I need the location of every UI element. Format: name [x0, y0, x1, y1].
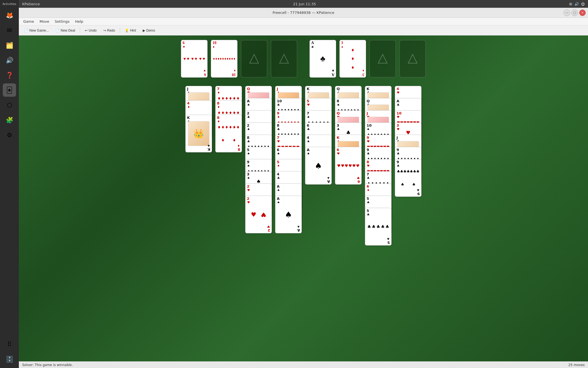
main-area: KPatience 21 Jun 11:35 ⊞ 🔊 ⏻ Freecell - …	[19, 0, 588, 368]
window-controls: — □ ×	[564, 9, 586, 16]
card-a-spades-c5[interactable]: A♠ ♠ A♠	[305, 147, 332, 185]
card-6-hearts-c6[interactable]: 6♥ ♥♥♥♥♥♥ 6♥	[335, 147, 362, 185]
column-8: 4♥ ♥♥♥♥ 4♥ A♣ ♣ A♣ 10♥ ♥♥♥♥♥♥	[395, 86, 421, 224]
minimize-button[interactable]: —	[564, 9, 570, 16]
new-deal-label: New Deal	[61, 29, 75, 32]
svg-marker-1	[280, 54, 288, 63]
hint-icon: 💡	[125, 29, 129, 32]
new-game-label: New Game...	[29, 29, 49, 32]
demo-button[interactable]: ▶ Demo	[140, 27, 158, 34]
maximize-button[interactable]: □	[571, 9, 578, 16]
taskbar-filemgr[interactable]: 🗄️	[3, 352, 16, 366]
taskbar: Activities 🦊 ✉️ 🗂️ 🔊 ❓ 🃏 ⬡ 🧩 ⚙️ ⠿ 🗄️	[0, 0, 19, 368]
taskbar-settings[interactable]: ⚙️	[3, 128, 16, 142]
activities-label[interactable]: Activities	[2, 2, 16, 6]
sys-datetime: 21 Jun 11:35	[293, 2, 316, 6]
moves-text: 25 moves	[568, 363, 585, 367]
card-2-hearts-c3b[interactable]: 2♥ ♥♥ 2♥	[245, 196, 272, 233]
sys-right: ⊞ 🔊 ⏻	[569, 2, 585, 6]
svg-marker-0	[250, 54, 259, 63]
freecell-3[interactable]	[241, 40, 267, 78]
demo-icon: ▶	[143, 29, 145, 32]
undo-icon: ↩	[85, 29, 88, 32]
foundation-2[interactable]: 3 ♦ ♦ ♦ ♦ 3 ♦	[339, 40, 366, 78]
freecell-2[interactable]: 10 ♦ ♦♦ ♦♦ ♦♦ ♦♦ ♦♦ 10 ♦	[211, 40, 237, 78]
taskbar-files[interactable]: 🗂️	[3, 39, 16, 52]
close-button[interactable]: ×	[579, 9, 586, 16]
taskbar-puzzle[interactable]: 🧩	[3, 113, 16, 127]
card-k-spades-c1[interactable]: K♠ 👑 K♠	[185, 115, 212, 152]
app-name-label: KPatience	[22, 2, 40, 6]
redo-label: Redo	[107, 29, 115, 32]
column-4: J♦ 🤴 J♦ 10♣ ♣♣♣♣♣♣♣♣♣♣ 10♣ 9♦	[275, 86, 302, 252]
freecell-1[interactable]: 6 ♥ ♥ ♥ ♥ ♥ ♥ ♥ 6 ♥	[181, 40, 208, 78]
new-game-icon: 📄	[24, 29, 28, 32]
app-window: Freecell - 777948938 — KPatience — □ × G…	[19, 8, 588, 368]
card-8-diamonds-c2b[interactable]: 8♦ ♦♦ ♦♦ ♦♦ ♦♦ 8♦	[215, 115, 242, 152]
taskbar-firefox[interactable]: 🦊	[3, 9, 16, 22]
column-5: K♠ 👑 K♠ 5♥ ♥♥♥♥♥ 5♥ 7♠ ♠♠♠♠♠	[305, 86, 332, 224]
sys-left: KPatience	[22, 2, 40, 6]
sys-power-icon[interactable]: ⏻	[581, 2, 585, 6]
toolbar-sep-1	[80, 28, 80, 33]
new-deal-icon: 📄	[55, 29, 60, 32]
redo-icon: ↪	[103, 29, 106, 32]
solver-text: Solver: This game is winnable.	[22, 363, 73, 367]
column-2: 7♦ ♦♦ ♦♦ ♦♦ ♦ 7♦ 8♦ ♦♦ ♦♦	[215, 86, 242, 197]
column-3: Q♥ 👸 Q♥ A♠ ♠ A♠ 2♣ ♣♣ 2♣	[245, 86, 272, 252]
taskbar-toggle[interactable]: ⠿	[3, 338, 16, 351]
menu-settings[interactable]: Settings	[53, 19, 72, 24]
foundation-3[interactable]	[369, 40, 396, 78]
hint-button[interactable]: 💡 Hint	[122, 27, 139, 34]
menu-game[interactable]: Game	[21, 19, 36, 24]
taskbar-hex[interactable]: ⬡	[3, 98, 16, 112]
column-6: Q♠ 👸 Q♠ 8♠ ♠♠♠♠♠♠♠♠ 8♠ Q♥ 👸 Q♥	[335, 86, 362, 224]
sys-grid-icon[interactable]: ⊞	[569, 2, 572, 6]
undo-button[interactable]: ↩ Undo	[82, 27, 100, 34]
toolbar-sep-2	[120, 28, 120, 33]
menu-move[interactable]: Move	[37, 19, 52, 24]
column-1: J♠ 🤴 J♠ 4♦ ♦♦ ♦♦ 4♦	[185, 86, 212, 197]
card-5-clubs-c7b[interactable]: 5♣ ♣♣♣♣♣ 5♣	[365, 208, 392, 246]
svg-marker-3	[408, 54, 417, 63]
sys-volume-icon[interactable]: 🔊	[574, 2, 579, 6]
taskbar-mail[interactable]: ✉️	[3, 24, 16, 37]
freecell-4[interactable]	[271, 40, 297, 78]
card-a-spades-c4b[interactable]: A♠ ♠ A♠	[275, 196, 302, 233]
redo-button[interactable]: ↪ Redo	[100, 27, 118, 34]
menu-bar: Game Move Settings Help	[19, 18, 588, 25]
new-deal-button[interactable]: 📄 New Deal	[52, 27, 78, 34]
taskbar-kpatience[interactable]: 🃏	[3, 83, 16, 97]
system-bar: KPatience 21 Jun 11:35 ⊞ 🔊 ⏻	[19, 0, 588, 8]
taskbar-sound[interactable]: 🔊	[3, 53, 16, 67]
title-bar: Freecell - 777948938 — KPatience — □ ×	[19, 8, 588, 18]
card-9-clubs-c8b[interactable]: 9♣ ♣♣♣♣♣♣♣♣♣ 9♣	[395, 159, 421, 197]
demo-label: Demo	[146, 29, 155, 32]
column-7: K♣ 👑 K♣ Q♣ 👸 Q♣ J♥ 🤴 J♥	[365, 86, 392, 274]
undo-label: Undo	[89, 29, 97, 32]
game-area: 6 ♥ ♥ ♥ ♥ ♥ ♥ ♥ 6 ♥	[19, 35, 588, 361]
foundation-1[interactable]: A ♣ ♣ A ♣	[310, 40, 336, 78]
status-bar: Solver: This game is winnable. 25 moves	[19, 361, 588, 368]
menu-help[interactable]: Help	[73, 19, 86, 24]
toolbar: 📄 New Game... 📄 New Deal ↩ Undo ↪ Redo 💡…	[19, 25, 588, 35]
svg-marker-2	[378, 54, 387, 63]
hint-label: Hint	[130, 29, 136, 32]
new-game-button[interactable]: 📄 New Game...	[21, 27, 52, 34]
foundation-4[interactable]	[399, 40, 426, 78]
taskbar-help[interactable]: ❓	[3, 68, 16, 82]
window-title: Freecell - 777948938 — KPatience	[43, 11, 564, 15]
